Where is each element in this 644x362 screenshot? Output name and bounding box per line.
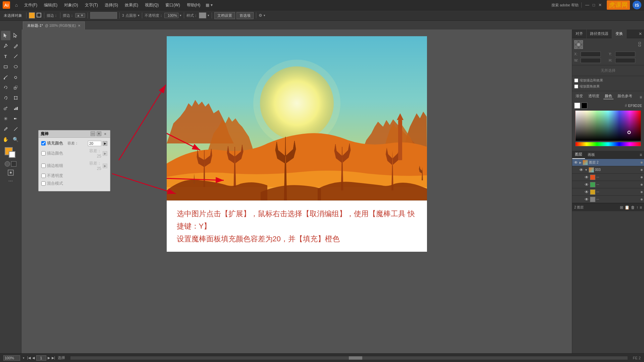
rect-tool[interactable] bbox=[1, 62, 10, 71]
stroke-width-checkbox[interactable] bbox=[41, 164, 46, 168]
line-tool[interactable] bbox=[11, 52, 20, 61]
layers-panel-menu[interactable]: ≡ bbox=[638, 153, 644, 157]
close-btn[interactable]: ✕ bbox=[598, 3, 602, 7]
cp-tab-color[interactable]: 颜色 bbox=[603, 93, 613, 99]
direct-select-tool[interactable] bbox=[11, 31, 20, 40]
layer-row-item2[interactable]: 👁 ··· bbox=[572, 181, 644, 188]
layer-row-item1[interactable]: 👁 ··· bbox=[572, 174, 644, 181]
color-panel-menu[interactable]: ≡ bbox=[640, 95, 642, 100]
normal-mode[interactable] bbox=[5, 161, 10, 167]
menu-select[interactable]: 选择(S) bbox=[102, 2, 121, 9]
anchor-point-grid[interactable] bbox=[574, 40, 583, 49]
home-icon[interactable]: ⌂ bbox=[13, 1, 20, 9]
fill-color-checkbox[interactable] bbox=[41, 141, 46, 145]
swatch-white[interactable] bbox=[574, 103, 580, 109]
paintbrush-tool[interactable] bbox=[1, 72, 10, 82]
tools-arrow[interactable]: ▾ bbox=[264, 14, 265, 17]
tab-align[interactable]: 对齐 bbox=[572, 29, 587, 38]
link-icon[interactable] bbox=[637, 42, 642, 47]
canvas-wrapper[interactable]: 魔棒 — ✕ ≡ 填充颜色 容差： ▶ bbox=[21, 29, 572, 353]
document-tab[interactable]: 未标题-1* @ 100% (RGB/预览) ✕ bbox=[23, 21, 85, 29]
select-tool[interactable] bbox=[1, 31, 10, 40]
layer-row-layer2[interactable]: 👁 ▶ 图层 2 bbox=[572, 159, 644, 166]
right-panel-close[interactable]: ✕ bbox=[637, 32, 644, 36]
opacity-checkbox[interactable] bbox=[41, 174, 46, 178]
fill-color-swatch[interactable] bbox=[29, 12, 35, 18]
warp-tool[interactable] bbox=[1, 93, 10, 103]
new-layer-btn[interactable]: 📋 bbox=[625, 205, 630, 210]
mesh-tool[interactable] bbox=[1, 114, 10, 123]
column-graph-tool[interactable] bbox=[11, 104, 20, 113]
screen-mode[interactable] bbox=[7, 169, 14, 176]
zoom-input[interactable] bbox=[3, 355, 20, 361]
panel-menu-btn[interactable]: ≡ bbox=[103, 131, 108, 137]
layout-icon[interactable]: ▦ ▾ bbox=[206, 3, 212, 7]
cp-tab-gradient[interactable]: 渐变 bbox=[574, 93, 584, 99]
style-arrow[interactable]: ▾ bbox=[208, 14, 209, 17]
symbol-sprayer-tool[interactable] bbox=[1, 104, 10, 113]
scroll-bar[interactable] bbox=[70, 356, 628, 360]
cp-tab-color-ref[interactable]: 颜色参考 bbox=[616, 93, 634, 99]
eyedropper-tool[interactable] bbox=[1, 124, 10, 134]
tools-icon[interactable]: ⚙ bbox=[259, 13, 262, 18]
tolerance-input[interactable] bbox=[88, 141, 101, 146]
layer-menu-btn[interactable]: ≡ bbox=[640, 205, 642, 210]
doc-settings-btn[interactable]: 文档设置 bbox=[214, 12, 235, 19]
opacity-arrow[interactable]: ▾ bbox=[180, 14, 181, 17]
prev-page-btn[interactable]: ◀ bbox=[32, 356, 35, 360]
layer-eye-003[interactable]: 👁 bbox=[579, 168, 584, 172]
tab-transform[interactable]: 变换 bbox=[612, 29, 627, 38]
page-input[interactable] bbox=[36, 355, 46, 361]
delete-layer-btn[interactable]: 🗑 bbox=[631, 205, 635, 210]
x-input[interactable] bbox=[581, 52, 601, 57]
move-to-layer-btn[interactable]: ↑ bbox=[636, 205, 638, 210]
hand-tool[interactable]: ✋ bbox=[1, 135, 10, 144]
scale-tool[interactable] bbox=[11, 83, 20, 92]
pen-tool[interactable] bbox=[1, 41, 10, 51]
layer-eye-item3[interactable]: 👁 bbox=[584, 190, 589, 194]
zoom-tool[interactable]: 🔍 bbox=[11, 135, 20, 144]
style-color-box[interactable] bbox=[199, 12, 206, 18]
minimize-btn[interactable]: — bbox=[585, 3, 589, 7]
cp-tab-transparency[interactable]: 透明度 bbox=[587, 93, 601, 99]
menu-effects[interactable]: 效果(E) bbox=[122, 2, 141, 9]
brush-spinner-down[interactable]: ▼ bbox=[80, 14, 84, 17]
layer-eye-item4[interactable]: 👁 bbox=[584, 197, 589, 202]
layer-eye-item2[interactable]: 👁 bbox=[584, 182, 589, 187]
menu-object[interactable]: 对象(O) bbox=[61, 2, 80, 9]
zoom-dropdown[interactable]: ▾ bbox=[23, 356, 24, 360]
layer-expand-003[interactable]: ▼ bbox=[585, 168, 588, 172]
color-spectrum[interactable] bbox=[574, 111, 642, 147]
make-sublayer-btn[interactable]: ⊞ bbox=[620, 205, 623, 210]
menu-help[interactable]: 帮助(H) bbox=[184, 2, 203, 9]
brush-spinner-up[interactable]: ▲ bbox=[77, 14, 80, 17]
menu-text[interactable]: 文字(T) bbox=[82, 2, 101, 9]
h-input[interactable] bbox=[615, 58, 635, 63]
layer-row-003[interactable]: 👁 ▼ 003 bbox=[572, 166, 644, 174]
shape-arrow[interactable]: ▾ bbox=[138, 14, 140, 17]
panel-close-btn[interactable]: ✕ bbox=[97, 131, 101, 136]
pencil-tool[interactable] bbox=[11, 41, 20, 51]
tolerance-increase-btn[interactable]: ▶ bbox=[103, 141, 107, 146]
scale-strokes-checkbox[interactable] bbox=[574, 78, 578, 82]
stroke-indicator[interactable] bbox=[36, 12, 42, 18]
layers-tab-layers[interactable]: 图层 bbox=[572, 151, 585, 159]
background-color[interactable] bbox=[9, 151, 15, 158]
layer-eye-layer2[interactable]: 👁 bbox=[574, 160, 578, 165]
first-page-btn[interactable]: |◀ bbox=[27, 356, 31, 360]
opacity-input[interactable] bbox=[164, 13, 178, 18]
panel-title-bar[interactable]: 魔棒 — ✕ ≡ bbox=[39, 130, 110, 138]
last-page-btn[interactable]: ▶| bbox=[52, 356, 55, 360]
blend-checkbox[interactable] bbox=[41, 181, 46, 186]
y-input[interactable] bbox=[615, 52, 635, 57]
menu-file[interactable]: 文件(F) bbox=[21, 2, 40, 9]
layer-row-item4[interactable]: 👁 ··· bbox=[572, 196, 644, 203]
w-input[interactable] bbox=[581, 58, 601, 63]
type-tool[interactable]: T bbox=[1, 52, 10, 61]
maximize-btn[interactable]: □ bbox=[593, 3, 595, 7]
more-tools[interactable]: ··· bbox=[8, 178, 13, 184]
scale-corners-checkbox[interactable] bbox=[574, 84, 578, 88]
outline-mode[interactable] bbox=[11, 161, 16, 167]
rotate-tool[interactable] bbox=[1, 83, 10, 92]
layer-row-item3[interactable]: 👁 ··· bbox=[572, 188, 644, 196]
